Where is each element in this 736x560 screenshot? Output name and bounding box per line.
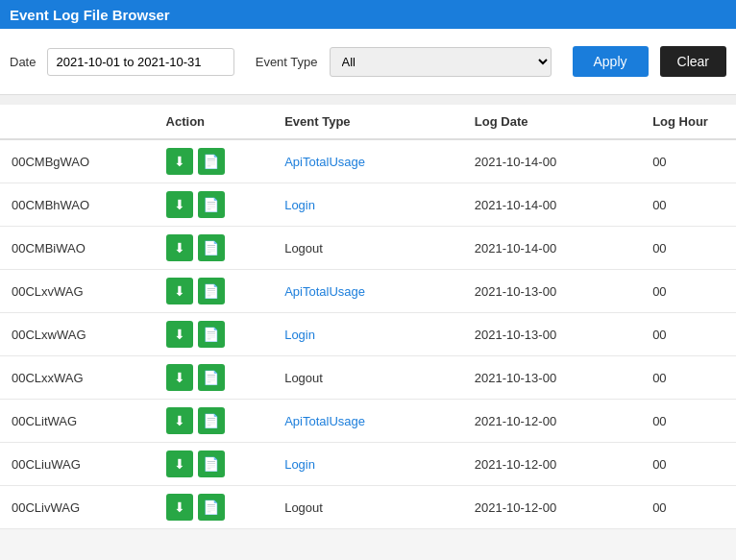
- file-button[interactable]: 📄: [198, 278, 225, 304]
- cell-event-type: Logout: [273, 227, 463, 270]
- apply-button[interactable]: Apply: [573, 46, 649, 77]
- file-button[interactable]: 📄: [198, 191, 225, 218]
- cell-log-hour: 00: [641, 356, 736, 400]
- download-button[interactable]: ⬇: [166, 450, 193, 477]
- cell-log-date: 2021-10-13-00: [463, 313, 641, 356]
- cell-log-hour: 00: [641, 486, 736, 529]
- event-type-link[interactable]: Login: [284, 457, 315, 472]
- cell-name: 00CLxvWAG: [0, 270, 155, 313]
- download-button[interactable]: ⬇: [166, 364, 193, 391]
- col-header-action: Action: [155, 105, 274, 139]
- cell-log-date: 2021-10-13-00: [463, 356, 641, 400]
- cell-name: 00CLxwWAG: [0, 313, 155, 356]
- download-button[interactable]: ⬇: [166, 278, 193, 304]
- cell-name: 00CMBhWAO: [0, 183, 155, 227]
- event-type-link[interactable]: ApiTotalUsage: [284, 284, 365, 299]
- cell-action: ⬇📄: [155, 313, 274, 356]
- cell-log-hour: 00: [641, 400, 736, 443]
- download-button[interactable]: ⬇: [166, 234, 193, 261]
- cell-log-date: 2021-10-14-00: [463, 183, 641, 227]
- event-type-link[interactable]: Login: [284, 198, 315, 212]
- table-row: 00CLitWAG⬇📄ApiTotalUsage2021-10-12-0000: [0, 400, 736, 443]
- cell-log-hour: 00: [641, 270, 736, 313]
- cell-log-date: 2021-10-13-00: [463, 270, 641, 313]
- cell-name: 00CMBgWAO: [0, 139, 155, 183]
- table-row: 00CLxwWAG⬇📄Login2021-10-13-0000: [0, 313, 736, 356]
- table-header-row: Action Event Type Log Date Log Hour: [0, 105, 736, 139]
- cell-action: ⬇📄: [155, 227, 274, 270]
- cell-log-date: 2021-10-14-00: [463, 227, 641, 270]
- cell-event-type: Login: [273, 183, 463, 227]
- clear-button[interactable]: Clear: [660, 46, 726, 77]
- cell-log-hour: 00: [641, 227, 736, 270]
- app-header: Event Log File Browser: [0, 0, 736, 29]
- file-button[interactable]: 📄: [198, 494, 225, 521]
- app-title: Event Log File Browser: [10, 7, 170, 23]
- cell-log-date: 2021-10-12-00: [463, 486, 641, 529]
- cell-event-type: ApiTotalUsage: [273, 270, 463, 313]
- table-row: 00CLxxWAG⬇📄Logout2021-10-13-0000: [0, 356, 736, 400]
- date-input[interactable]: [47, 48, 233, 76]
- file-button[interactable]: 📄: [198, 148, 225, 175]
- date-label: Date: [10, 55, 36, 69]
- cell-log-hour: 00: [641, 313, 736, 356]
- file-button[interactable]: 📄: [198, 234, 225, 261]
- file-button[interactable]: 📄: [198, 321, 225, 348]
- cell-log-date: 2021-10-12-00: [463, 400, 641, 443]
- table-row: 00CMBhWAO⬇📄Login2021-10-14-0000: [0, 183, 736, 227]
- file-button[interactable]: 📄: [198, 364, 225, 391]
- col-header-logdate: Log Date: [463, 105, 641, 139]
- cell-action: ⬇📄: [155, 139, 274, 183]
- spacer: [0, 95, 736, 105]
- filter-bar: Date Event Type All Login Logout ApiTota…: [0, 29, 736, 95]
- cell-log-date: 2021-10-12-00: [463, 443, 641, 486]
- cell-log-hour: 00: [641, 183, 736, 227]
- cell-action: ⬇📄: [155, 486, 274, 529]
- table-row: 00CLivWAG⬇📄Logout2021-10-12-0000: [0, 486, 736, 529]
- table-row: 00CMBiWAO⬇📄Logout2021-10-14-0000: [0, 227, 736, 270]
- table-row: 00CLxvWAG⬇📄ApiTotalUsage2021-10-13-0000: [0, 270, 736, 313]
- event-type-select[interactable]: All Login Logout ApiTotalUsage: [330, 47, 552, 77]
- col-header-name: [0, 105, 155, 139]
- download-button[interactable]: ⬇: [166, 191, 193, 218]
- cell-name: 00CMBiWAO: [0, 227, 155, 270]
- cell-log-hour: 00: [641, 139, 736, 183]
- cell-event-type: Logout: [273, 486, 463, 529]
- event-type-link[interactable]: ApiTotalUsage: [284, 414, 365, 428]
- cell-action: ⬇📄: [155, 356, 274, 400]
- event-log-table: Action Event Type Log Date Log Hour 00CM…: [0, 105, 736, 529]
- cell-event-type: ApiTotalUsage: [273, 400, 463, 443]
- download-button[interactable]: ⬇: [166, 321, 193, 348]
- cell-log-date: 2021-10-14-00: [463, 139, 641, 183]
- cell-log-hour: 00: [641, 443, 736, 486]
- cell-event-type: Logout: [273, 356, 463, 400]
- cell-event-type: Login: [273, 443, 463, 486]
- col-header-eventtype: Event Type: [273, 105, 463, 139]
- cell-name: 00CLiuWAG: [0, 443, 155, 486]
- cell-name: 00CLitWAG: [0, 400, 155, 443]
- cell-name: 00CLxxWAG: [0, 356, 155, 400]
- file-button[interactable]: 📄: [198, 407, 225, 434]
- cell-action: ⬇📄: [155, 270, 274, 313]
- cell-event-type: ApiTotalUsage: [273, 139, 463, 183]
- download-button[interactable]: ⬇: [166, 148, 193, 175]
- table-row: 00CLiuWAG⬇📄Login2021-10-12-0000: [0, 443, 736, 486]
- table-wrapper: Action Event Type Log Date Log Hour 00CM…: [0, 105, 736, 529]
- table-row: 00CMBgWAO⬇📄ApiTotalUsage2021-10-14-0000: [0, 139, 736, 183]
- event-type-label: Event Type: [256, 55, 318, 69]
- cell-event-type: Login: [273, 313, 463, 356]
- cell-name: 00CLivWAG: [0, 486, 155, 529]
- cell-action: ⬇📄: [155, 183, 274, 227]
- download-button[interactable]: ⬇: [166, 407, 193, 434]
- cell-action: ⬇📄: [155, 443, 274, 486]
- event-type-link[interactable]: Login: [284, 328, 315, 342]
- col-header-loghour: Log Hour: [641, 105, 736, 139]
- cell-action: ⬇📄: [155, 400, 274, 443]
- file-button[interactable]: 📄: [198, 450, 225, 477]
- event-type-link[interactable]: ApiTotalUsage: [284, 155, 365, 169]
- download-button[interactable]: ⬇: [166, 494, 193, 521]
